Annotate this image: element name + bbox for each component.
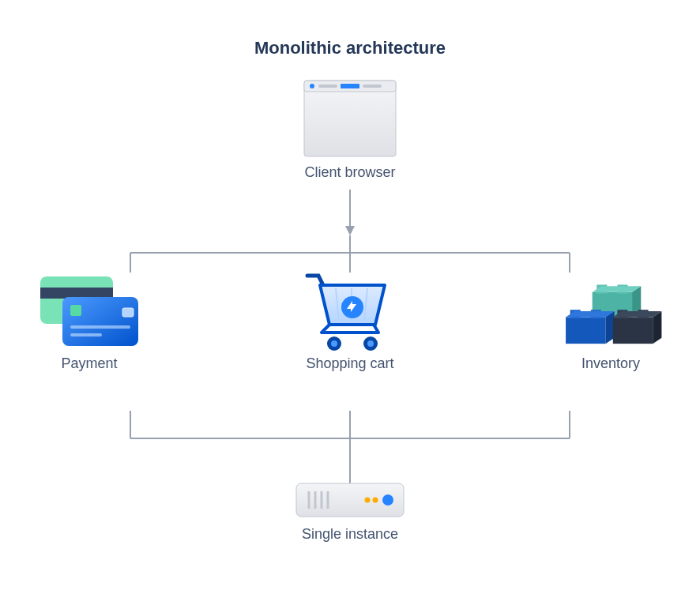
server-node: Single instance <box>0 482 700 543</box>
svg-point-53 <box>365 498 371 503</box>
svg-rect-43 <box>613 318 653 344</box>
server-label: Single instance <box>302 526 398 543</box>
svg-point-30 <box>331 340 337 347</box>
inventory-node: Inventory <box>540 269 682 372</box>
payment-node: Payment <box>18 269 160 372</box>
svg-rect-15 <box>318 85 337 88</box>
cart-node: Shopping cart <box>279 269 421 372</box>
shopping-cart-icon <box>295 265 405 359</box>
svg-rect-24 <box>70 333 102 336</box>
svg-rect-22 <box>122 308 134 317</box>
inventory-label: Inventory <box>581 355 640 372</box>
server-icon <box>295 482 405 518</box>
svg-rect-23 <box>70 325 130 329</box>
client-label: Client browser <box>304 164 395 181</box>
svg-rect-16 <box>341 84 359 88</box>
blocks-icon <box>555 269 666 355</box>
cart-label: Shopping cart <box>306 355 393 372</box>
svg-point-54 <box>373 498 378 503</box>
diagram-title: Monolithic architecture <box>0 38 700 58</box>
svg-rect-20 <box>62 297 138 346</box>
svg-point-55 <box>382 494 393 506</box>
svg-rect-21 <box>70 305 81 316</box>
svg-point-32 <box>367 340 374 347</box>
browser-window-icon <box>303 79 397 158</box>
svg-rect-19 <box>40 288 113 299</box>
svg-point-14 <box>310 84 314 88</box>
middle-row: Payment <box>0 269 700 372</box>
client-node: Client browser <box>0 79 700 181</box>
payment-label: Payment <box>61 355 117 372</box>
credit-cards-icon <box>34 269 145 355</box>
svg-rect-17 <box>363 85 382 88</box>
svg-marker-1 <box>345 226 355 235</box>
svg-rect-38 <box>566 318 605 344</box>
